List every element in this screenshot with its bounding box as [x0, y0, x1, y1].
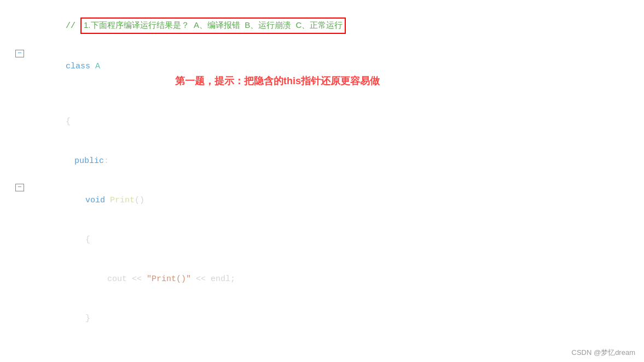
comment-prefix: //: [66, 21, 80, 31]
brace-open-class: {: [66, 117, 71, 126]
func-print: Print: [110, 196, 135, 205]
op-shift2: <<: [191, 275, 211, 284]
op-shift1: <<: [132, 275, 147, 284]
brace-close-print: }: [85, 314, 90, 323]
line-content-5: void Print(): [24, 181, 644, 220]
collapse-2[interactable]: −: [15, 50, 24, 57]
line-content-7: cout << "Print()" << endl;: [24, 260, 644, 299]
code-line-2: − class A 第一题，提示：把隐含的this指针还原更容易做: [0, 47, 644, 102]
question-box: 1.下面程序编译运行结果是？ A、编译报错 B、运行崩溃 C、正常运行: [80, 17, 346, 34]
colon-public: :: [104, 156, 109, 166]
code-line-9: private:: [0, 338, 644, 341]
code-line-8: }: [0, 299, 644, 338]
code-editor: // 1.下面程序编译运行结果是？ A、编译报错 B、运行崩溃 C、正常运行 −…: [0, 0, 644, 362]
brace-open-print: {: [85, 235, 90, 244]
collapse-5[interactable]: −: [15, 184, 24, 191]
question-text: 1.下面程序编译运行结果是？ A、编译报错 B、运行崩溃 C、正常运行: [84, 20, 343, 30]
code-line-1: // 1.下面程序编译运行结果是？ A、编译报错 B、运行崩溃 C、正常运行: [0, 4, 644, 47]
code-line-7: cout << "Print()" << endl;: [0, 260, 644, 299]
line-content-1: // 1.下面程序编译运行结果是？ A、编译报错 B、运行崩溃 C、正常运行: [24, 4, 644, 47]
string-print: "Print()": [147, 275, 191, 284]
cout-text: cout: [107, 275, 132, 284]
parens-print: (): [135, 196, 144, 205]
classname-A: A: [95, 62, 100, 71]
line-content-3: {: [24, 102, 644, 142]
code-area: // 1.下面程序编译运行结果是？ A、编译报错 B、运行崩溃 C、正常运行 −…: [0, 4, 644, 341]
line-content-9: private:: [24, 338, 644, 341]
code-line-6: {: [0, 220, 644, 260]
semi-cout: ;: [230, 275, 235, 284]
type-void: void: [85, 196, 110, 205]
endl-text: endl: [211, 275, 230, 284]
keyword-public: public: [74, 156, 104, 166]
line-content-4: public:: [24, 142, 644, 181]
line-content-8: }: [24, 299, 644, 338]
hint-text: 第一题，提示：把隐含的this指针还原更容易做: [175, 75, 380, 86]
watermark: CSDN @梦忆dream: [572, 348, 636, 358]
code-line-4: public:: [0, 142, 644, 181]
code-line-5: − void Print(): [0, 181, 644, 220]
line-content-2: class A 第一题，提示：把隐含的this指针还原更容易做: [24, 47, 644, 102]
line-content-6: {: [24, 220, 644, 260]
code-line-3: {: [0, 102, 644, 142]
keyword-class: class: [66, 62, 95, 71]
